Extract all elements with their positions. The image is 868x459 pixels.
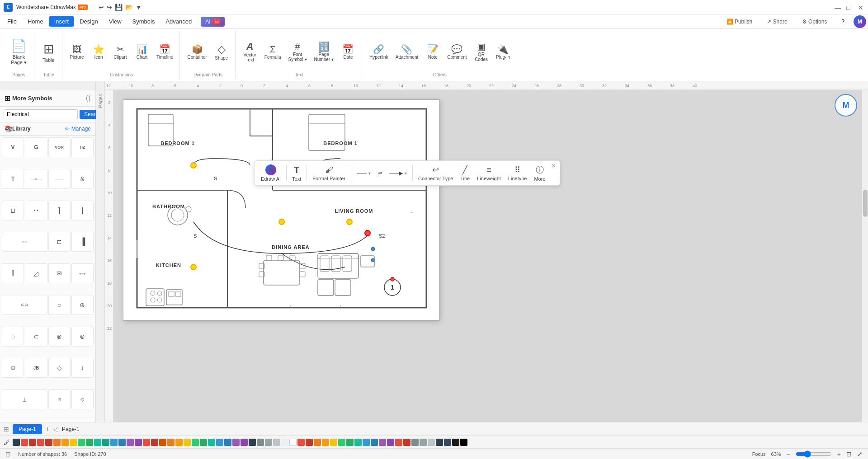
color-ext10[interactable] [371, 439, 378, 446]
edraw-ai-ft-btn[interactable]: M Edraw AI [258, 163, 283, 183]
color-ext8[interactable] [354, 439, 362, 446]
open-btn[interactable]: 📂 [125, 4, 133, 11]
zoom-slider[interactable] [796, 450, 832, 458]
color-ext3[interactable] [314, 439, 321, 446]
scroll-thumb[interactable] [863, 190, 868, 217]
color-ext19[interactable] [444, 439, 451, 446]
begin-arrow-dropdown[interactable]: ▾ [368, 171, 371, 176]
symbol-crosshair[interactable]: ⊕ [71, 295, 94, 315]
symbol-vline[interactable]: | [71, 201, 94, 220]
color-r5[interactable] [151, 439, 158, 446]
color-r4[interactable] [143, 439, 150, 446]
page-number-btn[interactable]: 🔢 PageNumber ▾ [311, 40, 336, 64]
color-teal2[interactable] [102, 439, 109, 446]
color-gray3[interactable] [273, 439, 280, 446]
hyperlink-btn[interactable]: 🔗 Hyperlink [367, 43, 391, 61]
date-btn[interactable]: 📅 Date [338, 43, 358, 61]
collapse-btn[interactable]: ⟨⟨ [85, 94, 91, 103]
picture-btn[interactable]: 🖼 Picture [67, 43, 87, 61]
formula-btn[interactable]: Σ Formula [262, 43, 284, 61]
format-painter-ft-btn[interactable]: 🖌 Format Painter [310, 164, 348, 183]
share-btn[interactable]: ↗ Share [761, 17, 793, 27]
color-ext13[interactable] [395, 439, 402, 446]
shape-btn[interactable]: ◇ Shape [212, 42, 231, 62]
symbol-parallel[interactable]: ≡≡ [2, 232, 47, 252]
symbol-s1[interactable]: ⊝ [2, 358, 24, 378]
redo-btn[interactable]: ↪ [107, 4, 112, 11]
comment-btn[interactable]: 💬 Comment [444, 43, 469, 61]
canvas-area[interactable]: 2 4 6 8 10 12 14 16 18 20 22 [105, 90, 868, 422]
color-dk1[interactable] [249, 439, 256, 446]
symbol-hz[interactable]: HZ [71, 137, 94, 157]
diagram-canvas[interactable]: BEDROOM 1 BEDROOM 1 BATHROOM KITCHEN DIN… [123, 99, 439, 321]
color-yellow[interactable] [70, 439, 77, 446]
icon-btn[interactable]: ⭐ Icon [89, 43, 108, 61]
zoom-out-btn[interactable]: − [787, 450, 790, 458]
color-gray2[interactable] [265, 439, 272, 446]
note-btn[interactable]: 📝 Note [423, 43, 443, 61]
symbol-bar[interactable]: ▐ [71, 232, 94, 252]
timeline-btn[interactable]: 📅 Timeline [154, 43, 176, 61]
symbol-bracket1[interactable]: ⊔ [2, 201, 24, 220]
line-ft-btn[interactable]: ╱ Line [458, 163, 472, 183]
color-ext15[interactable] [411, 439, 419, 446]
maximize-btn[interactable]: □ [846, 4, 853, 10]
page-tab-1[interactable]: Page-1 [13, 424, 42, 434]
color-green1[interactable] [78, 439, 85, 446]
color-ext11[interactable] [379, 439, 386, 446]
color-g3[interactable] [192, 439, 199, 446]
color-blue2[interactable] [118, 439, 126, 446]
symbol-coil[interactable]: ⊂⊃ [2, 295, 47, 315]
symbol-envelope[interactable]: ✉ [48, 263, 71, 283]
close-btn[interactable]: ✕ [858, 4, 864, 10]
menu-home[interactable]: Home [22, 16, 49, 27]
symbol-ring[interactable]: ○ [2, 327, 24, 347]
manage-btn[interactable]: ✏ Manage [65, 126, 91, 132]
symbol-down[interactable]: ↓ [71, 358, 94, 378]
color-lightgray[interactable] [281, 439, 288, 446]
color-ext4[interactable] [322, 439, 329, 446]
color-b3[interactable] [216, 439, 223, 446]
color-ext18[interactable] [436, 439, 443, 446]
color-o5[interactable] [175, 439, 183, 446]
menu-view[interactable]: View [104, 16, 127, 27]
symbol-triangle[interactable]: ◿ [25, 263, 47, 283]
color-ext14[interactable] [403, 439, 410, 446]
color-white[interactable] [289, 439, 297, 446]
symbol-line[interactable]: —— [48, 169, 71, 189]
color-b4[interactable] [224, 439, 231, 446]
save-btn[interactable]: 💾 [115, 4, 123, 11]
page-nav-left[interactable]: ◁ [53, 426, 58, 433]
more-ft-btn[interactable]: ⓘ More [531, 163, 548, 183]
color-gray1[interactable] [257, 439, 264, 446]
zoom-in-btn[interactable]: + [837, 450, 841, 458]
color-teal1[interactable] [94, 439, 101, 446]
color-ext7[interactable] [346, 439, 354, 446]
color-black[interactable] [13, 439, 20, 446]
symbol-v[interactable]: V [2, 137, 24, 157]
color-o3[interactable] [159, 439, 166, 446]
qr-codes-btn[interactable]: ▣ QRCodes [472, 40, 491, 64]
page-add-btn[interactable]: + [46, 425, 50, 433]
user-avatar[interactable]: M [854, 15, 866, 28]
color-ext5[interactable] [330, 439, 337, 446]
chart-btn[interactable]: 📊 Chart [132, 43, 152, 61]
symbol-t[interactable]: T [2, 169, 24, 189]
color-black-end[interactable] [460, 439, 467, 446]
symbol-donut[interactable]: ⊚ [71, 327, 94, 347]
menu-symbols[interactable]: Symbols [127, 16, 160, 27]
color-g4[interactable] [200, 439, 207, 446]
symbol-jb[interactable]: JB [25, 358, 47, 378]
symbol-relay[interactable]: ⟺ [71, 263, 94, 283]
color-ext16[interactable] [420, 439, 427, 446]
toolbar-close-btn[interactable]: ✕ [552, 163, 556, 169]
double-arrow-btn[interactable]: ⇌ [375, 169, 385, 178]
color-crimson[interactable] [45, 439, 52, 446]
color-red1[interactable] [21, 439, 28, 446]
symbol-g[interactable]: G [25, 137, 47, 157]
focus-btn[interactable]: Focus [752, 451, 766, 457]
color-ext2[interactable] [306, 439, 313, 446]
color-purple1[interactable] [127, 439, 134, 446]
symbol-amp[interactable]: & [71, 169, 94, 189]
end-arrow-dropdown[interactable]: ▾ [405, 171, 407, 176]
